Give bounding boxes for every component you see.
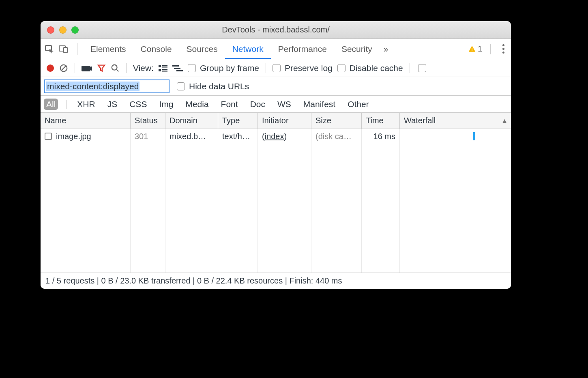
hide-data-urls-option[interactable]: Hide data URLs	[177, 82, 249, 91]
waterfall-bar	[473, 132, 475, 140]
column-header-status[interactable]: Status	[131, 113, 165, 129]
filter-bar: mixed-content:displayed Hide data URLs	[41, 77, 511, 96]
group-by-frame-label: Group by frame	[200, 63, 259, 73]
checkbox-icon	[177, 82, 185, 90]
filter-input[interactable]: mixed-content:displayed	[44, 79, 170, 93]
svg-rect-17	[172, 65, 179, 67]
svg-point-9	[112, 64, 117, 70]
filter-value: mixed-content:displayed	[46, 82, 139, 91]
type-filter-css[interactable]: CSS	[127, 99, 149, 110]
type-filter-xhr[interactable]: XHR	[75, 99, 97, 110]
disable-cache-option[interactable]: Disable cache	[337, 63, 403, 73]
column-header-type[interactable]: Type	[218, 113, 258, 129]
clear-button[interactable]	[59, 64, 68, 73]
svg-rect-8	[82, 66, 90, 71]
divider	[266, 63, 266, 73]
tab-sources[interactable]: Sources	[179, 39, 225, 59]
cell-domain: mixed.b…	[165, 129, 218, 144]
cell-waterfall	[400, 129, 511, 144]
svg-rect-19	[176, 70, 183, 71]
type-filter-media[interactable]: Media	[183, 99, 211, 110]
tab-elements[interactable]: Elements	[83, 39, 133, 59]
type-filter-js[interactable]: JS	[105, 99, 120, 110]
cell-status: 301	[131, 129, 165, 144]
status-text: 1 / 5 requests | 0 B / 23.0 KB transferr…	[45, 276, 342, 286]
divider	[75, 63, 75, 73]
offline-checkbox[interactable]	[418, 64, 426, 72]
record-button[interactable]	[46, 64, 54, 72]
capture-screenshots-icon[interactable]	[82, 64, 92, 72]
preserve-log-option[interactable]: Preserve log	[273, 63, 333, 73]
column-header-time[interactable]: Time	[362, 113, 400, 129]
table-header: Name Status Domain Type Initiator Size T…	[41, 113, 511, 129]
sort-ascending-icon: ▲	[501, 117, 508, 125]
cell-size: (disk ca…	[311, 129, 362, 144]
column-header-size[interactable]: Size	[311, 113, 362, 129]
search-icon[interactable]	[111, 64, 120, 73]
column-header-name[interactable]: Name	[41, 113, 131, 129]
inspect-element-icon[interactable]	[45, 44, 54, 54]
divider	[126, 63, 127, 73]
cell-name: image.jpg	[41, 129, 131, 144]
table-row[interactable]: image.jpg 301 mixed.b… text/h… (index) (…	[41, 129, 511, 144]
status-bar: 1 / 5 requests | 0 B / 23.0 KB transferr…	[41, 273, 511, 289]
file-icon	[45, 133, 52, 140]
divider	[77, 43, 77, 55]
disable-cache-label: Disable cache	[350, 63, 403, 73]
warnings-indicator[interactable]: 1	[468, 44, 482, 54]
resource-type-filters: All XHR JS CSS Img Media Font Doc WS Man…	[41, 96, 511, 113]
network-toolbar: View: Group by frame Preserve log Disabl…	[41, 59, 511, 77]
cell-time: 16 ms	[362, 129, 400, 144]
tab-security[interactable]: Security	[334, 39, 380, 59]
svg-rect-15	[162, 69, 167, 70]
warnings-count: 1	[478, 44, 482, 54]
group-by-frame-option[interactable]: Group by frame	[188, 63, 259, 73]
svg-rect-3	[472, 47, 472, 49]
hide-data-urls-label: Hide data URLs	[189, 82, 249, 91]
column-header-domain[interactable]: Domain	[165, 113, 218, 129]
svg-rect-12	[162, 65, 167, 66]
preserve-log-label: Preserve log	[285, 63, 333, 73]
device-toolbar-icon[interactable]	[58, 44, 68, 54]
checkbox-icon	[188, 64, 196, 72]
tab-performance[interactable]: Performance	[271, 39, 334, 59]
svg-line-7	[61, 65, 67, 71]
titlebar: DevTools - mixed.badssl.com/	[41, 21, 511, 39]
type-filter-img[interactable]: Img	[157, 99, 176, 110]
type-filter-all[interactable]: All	[44, 99, 58, 110]
svg-rect-16	[162, 71, 167, 72]
svg-rect-14	[159, 69, 161, 71]
divider	[66, 100, 67, 109]
view-label: View:	[133, 63, 154, 73]
type-filter-doc[interactable]: Doc	[248, 99, 268, 110]
checkbox-icon	[337, 64, 346, 72]
svg-line-10	[116, 69, 119, 71]
tab-network[interactable]: Network	[225, 39, 271, 59]
request-name: image.jpg	[56, 132, 91, 141]
cell-initiator[interactable]: (index)	[258, 129, 311, 144]
filter-icon[interactable]	[97, 64, 106, 73]
svg-rect-2	[64, 47, 67, 53]
svg-rect-11	[159, 65, 161, 67]
svg-rect-4	[472, 50, 472, 51]
svg-rect-18	[174, 68, 180, 69]
divider	[410, 63, 410, 73]
type-filter-ws[interactable]: WS	[275, 99, 294, 110]
type-filter-font[interactable]: Font	[219, 99, 240, 110]
large-rows-icon[interactable]	[159, 64, 167, 72]
tabs-overflow-button[interactable]: »	[380, 39, 393, 59]
tab-console[interactable]: Console	[133, 39, 179, 59]
main-tab-bar: Elements Console Sources Network Perform…	[41, 39, 511, 59]
waterfall-label: Waterfall	[404, 116, 436, 125]
overview-icon[interactable]	[172, 64, 183, 72]
cell-type: text/h…	[218, 129, 258, 144]
column-header-waterfall[interactable]: Waterfall ▲	[400, 113, 511, 129]
svg-point-5	[47, 64, 54, 72]
settings-menu-button[interactable]	[499, 44, 508, 54]
checkbox-icon	[273, 64, 281, 72]
column-header-initiator[interactable]: Initiator	[258, 113, 311, 129]
type-filter-other[interactable]: Other	[345, 99, 371, 110]
divider	[490, 44, 491, 54]
devtools-window: DevTools - mixed.badssl.com/ Elements C	[41, 21, 511, 289]
type-filter-manifest[interactable]: Manifest	[301, 99, 338, 110]
